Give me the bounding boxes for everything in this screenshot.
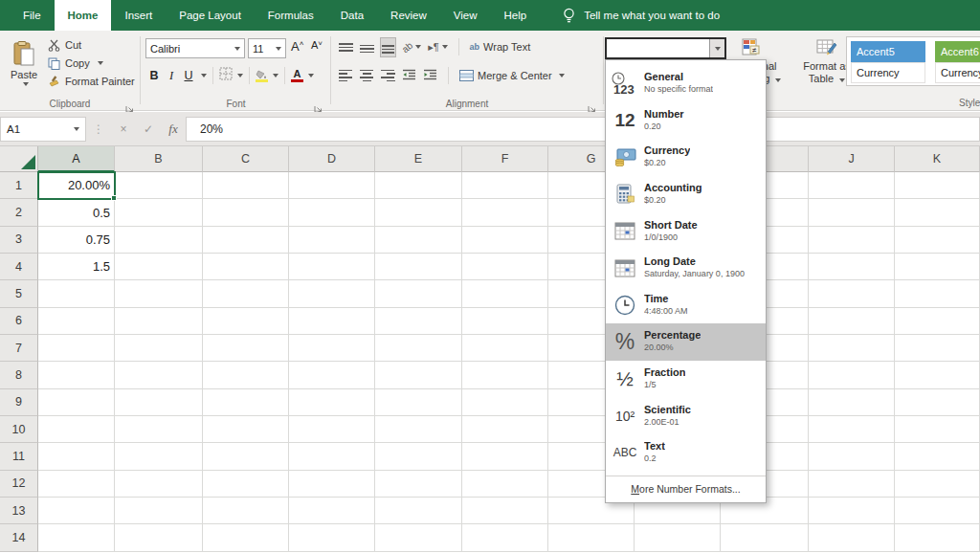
cell-J11[interactable] <box>809 443 895 470</box>
bottom-align-button[interactable] <box>381 38 395 56</box>
row-header-5[interactable]: 5 <box>0 280 38 307</box>
row-header-4[interactable]: 4 <box>0 254 38 280</box>
cell-K8[interactable] <box>895 362 980 388</box>
row-header-3[interactable]: 3 <box>0 227 38 254</box>
tab-page-layout[interactable]: Page Layout <box>166 0 255 31</box>
cell-D2[interactable] <box>289 199 375 226</box>
menu-item-short-date[interactable]: Short Date 1/0/1900 <box>606 212 766 250</box>
cell-D11[interactable] <box>289 443 375 470</box>
cell-J6[interactable] <box>809 308 895 335</box>
cell-F2[interactable] <box>462 199 548 226</box>
cell-E10[interactable] <box>375 416 462 443</box>
italic-button[interactable]: I <box>164 69 179 83</box>
cell-A14[interactable] <box>38 524 115 551</box>
cell-K5[interactable] <box>895 280 980 307</box>
row-header-8[interactable]: 8 <box>0 362 38 388</box>
cell-D1[interactable] <box>289 172 375 199</box>
tab-home[interactable]: Home <box>55 0 112 31</box>
borders-button[interactable] <box>219 67 233 84</box>
cell-D8[interactable] <box>289 362 375 388</box>
column-header-F[interactable]: F <box>462 146 548 172</box>
cell-C14[interactable] <box>203 524 289 551</box>
cell-K14[interactable] <box>895 524 980 551</box>
cancel-button[interactable]: × <box>111 122 136 136</box>
menu-item-scientific[interactable]: 10² Scientific 2.00E-01 <box>606 397 766 434</box>
menu-item-text[interactable]: ABC Text 0.2 <box>606 434 766 472</box>
underline-button[interactable]: U <box>181 69 196 82</box>
tab-help[interactable]: Help <box>491 0 541 31</box>
top-align-button[interactable] <box>339 41 353 54</box>
cell-F11[interactable] <box>462 443 548 470</box>
menu-item-number[interactable]: 12 Number 0.20 <box>606 102 766 140</box>
row-header-10[interactable]: 10 <box>0 416 38 443</box>
number-format-combobox[interactable] <box>605 37 726 59</box>
cell-K11[interactable] <box>895 443 980 470</box>
cell-A6[interactable] <box>38 308 115 335</box>
style-accent6[interactable]: Accent6 <box>935 41 980 62</box>
cell-K4[interactable] <box>895 254 980 280</box>
cell-E8[interactable] <box>375 362 462 388</box>
row-header-7[interactable]: 7 <box>0 335 38 362</box>
align-center-button[interactable] <box>360 68 374 83</box>
cell-E2[interactable] <box>375 199 462 226</box>
decrease-indent-button[interactable] <box>402 67 416 84</box>
cell-B2[interactable] <box>115 199 203 226</box>
cell-K1[interactable] <box>895 172 980 199</box>
cell-F14[interactable] <box>462 524 548 551</box>
number-format-dropdown-button[interactable] <box>709 39 724 57</box>
cell-D6[interactable] <box>289 308 375 335</box>
name-box[interactable]: A1 <box>0 117 86 142</box>
row-header-14[interactable]: 14 <box>0 524 38 551</box>
cell-G14[interactable] <box>548 524 635 551</box>
tab-insert[interactable]: Insert <box>111 0 166 31</box>
row-header-9[interactable]: 9 <box>0 389 38 416</box>
cell-A9[interactable] <box>38 389 115 416</box>
cell-F4[interactable] <box>462 254 548 280</box>
row-header-2[interactable]: 2 <box>0 199 38 226</box>
decrease-font-size-button[interactable]: A˅ <box>311 39 323 51</box>
style-currency-2[interactable]: Currency <box>935 62 980 83</box>
cell-A1[interactable]: 20.00% <box>38 172 115 199</box>
cell-F7[interactable] <box>462 335 548 362</box>
cell-F10[interactable] <box>462 416 548 443</box>
menu-item-percentage[interactable]: % Percentage 20.00% <box>606 323 766 361</box>
fill-color-button[interactable] <box>256 70 268 82</box>
font-color-dropdown-arrow-icon[interactable] <box>308 74 314 77</box>
cell-A11[interactable] <box>38 443 115 470</box>
column-header-J[interactable]: J <box>809 146 895 172</box>
cell-J8[interactable] <box>809 362 895 388</box>
cell-K7[interactable] <box>895 335 980 362</box>
cell-J5[interactable] <box>809 280 895 307</box>
align-right-button[interactable] <box>381 68 395 83</box>
column-header-B[interactable]: B <box>115 146 203 172</box>
cell-B14[interactable] <box>115 524 203 551</box>
formula-input[interactable]: 20% <box>186 117 980 142</box>
cell-B5[interactable] <box>115 280 203 307</box>
font-name-combobox[interactable]: Calibri <box>145 38 245 58</box>
menu-item-general[interactable]: 123 General No specific format <box>606 65 766 102</box>
row-header-11[interactable]: 11 <box>0 443 38 470</box>
increase-font-size-button[interactable]: A˄ <box>291 39 303 54</box>
cell-C12[interactable] <box>203 471 289 498</box>
cell-D12[interactable] <box>289 471 375 498</box>
cell-B10[interactable] <box>115 416 203 443</box>
cell-J1[interactable] <box>809 172 895 199</box>
column-header-A[interactable]: A <box>38 146 115 172</box>
cell-B4[interactable] <box>115 254 203 280</box>
clipboard-dialog-launcher-icon[interactable] <box>125 100 134 108</box>
cell-A5[interactable] <box>38 280 115 307</box>
more-number-formats-item[interactable]: More Number Formats... <box>606 476 766 502</box>
cell-C2[interactable] <box>203 199 289 226</box>
cell-J9[interactable] <box>809 389 895 416</box>
cell-E11[interactable] <box>375 443 462 470</box>
cell-F12[interactable] <box>462 471 548 498</box>
cell-C6[interactable] <box>203 308 289 335</box>
cell-A13[interactable] <box>38 498 115 524</box>
style-currency-1[interactable]: Currency <box>851 62 925 83</box>
cell-D4[interactable] <box>289 254 375 280</box>
cell-D9[interactable] <box>289 389 375 416</box>
cell-A3[interactable]: 0.75 <box>38 227 115 254</box>
row-header-13[interactable]: 13 <box>0 498 38 524</box>
cell-C8[interactable] <box>203 362 289 388</box>
cell-K13[interactable] <box>895 498 980 524</box>
